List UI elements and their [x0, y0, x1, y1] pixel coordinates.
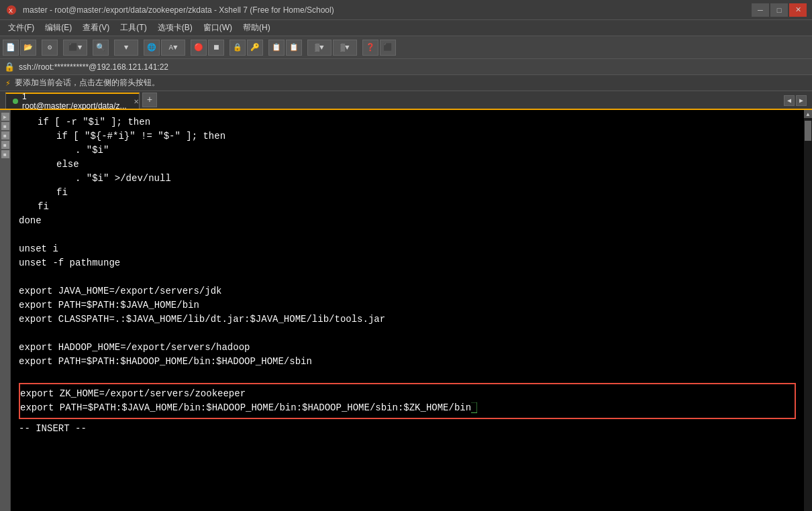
terminal-line-1: if [ -r "$i" ]; then — [19, 115, 796, 129]
sidebar-icon-2: ■ — [1, 122, 9, 130]
tb-help-btn[interactable]: ❓ — [362, 40, 378, 56]
terminal-mode-line: -- INSERT -- — [19, 422, 796, 436]
tb-new-btn[interactable]: 📄 — [3, 40, 19, 56]
sidebar-icon-4: ■ — [1, 141, 9, 149]
tb-btn11[interactable]: 🔒 — [230, 40, 246, 56]
notif-text: 要添加当前会话，点击左侧的箭头按钮。 — [15, 77, 160, 89]
svg-text:X: X — [9, 7, 13, 14]
tb-btn12[interactable]: 🔑 — [247, 40, 263, 56]
terminal-line-7: fi — [19, 200, 796, 214]
app-icon: X — [5, 4, 17, 16]
terminal-line-11: export JAVA_HOME=/export/servers/jdk — [19, 284, 796, 298]
menu-help[interactable]: 帮助(H) — [238, 21, 276, 35]
scroll-thumb[interactable] — [805, 121, 811, 141]
terminal-line-14: export HADOOP_HOME=/export/servers/hadoo… — [19, 341, 796, 355]
toolbar: 📄 📂 ⚙ ⬛▼ 🔍 ▼ 🌐 A▼ 🔴 ⏹ 🔒 🔑 📋 📋 ▒▼ ▒▼ ❓ ⬛ — [0, 36, 812, 59]
tab-close-icon[interactable]: ✕ — [134, 98, 139, 105]
scrollbar: ▲ — [804, 110, 812, 511]
tb-btn14[interactable]: 📋 — [286, 40, 302, 56]
minimize-button[interactable]: ─ — [752, 3, 769, 17]
terminal-line-12: export PATH=$PATH:$JAVA_HOME/bin — [19, 298, 796, 313]
terminal-line-blank1 — [19, 228, 796, 242]
lock-icon: 🔒 — [4, 62, 15, 72]
titlebar: X master - root@master:/export/data/zook… — [0, 0, 812, 20]
menu-tools[interactable]: 工具(T) — [115, 21, 152, 35]
terminal-line-3: . "$i" — [19, 144, 796, 158]
active-tab[interactable]: 1 root@master:/export/data/z... ✕ — [5, 93, 140, 109]
sidebar: ▶ ■ ■ ■ ■ — [0, 110, 11, 511]
terminal-line-2: if [ "${-#*i}" != "$-" ]; then — [19, 129, 796, 144]
menu-window[interactable]: 窗口(W) — [198, 21, 238, 35]
address-text: ssh://root:***********@192.168.121.141:2… — [19, 62, 168, 72]
terminal-line-zk1: export ZK_HOME=/export/servers/zookeeper — [20, 387, 795, 401]
tb-btn6[interactable]: ▼ — [114, 40, 138, 56]
terminal-line-6: fi — [19, 186, 796, 200]
terminal-line-15: export PATH=$PATH:$HADOOP_HOME/bin:$HADO… — [19, 355, 796, 369]
tab-add-button[interactable]: + — [142, 93, 157, 107]
tb-open-btn[interactable]: 📂 — [20, 40, 36, 56]
sidebar-icon-5: ■ — [1, 150, 9, 158]
close-button[interactable]: ✕ — [789, 3, 807, 17]
highlight-region: export ZK_HOME=/export/servers/zookeeper… — [19, 383, 796, 419]
tb-btn16[interactable]: ▒▼ — [333, 40, 357, 56]
tb-btn4[interactable]: ⬛▼ — [63, 40, 87, 56]
menubar: 文件(F) 编辑(E) 查看(V) 工具(T) 选项卡(B) 窗口(W) 帮助(… — [0, 20, 812, 36]
notifbar: ⚡ 要添加当前会话，点击左侧的箭头按钮。 — [0, 75, 812, 91]
terminal-line-10: unset -f pathmunge — [19, 256, 796, 270]
tb-btn7[interactable]: 🌐 — [144, 40, 160, 56]
tb-btn10[interactable]: ⏹ — [208, 40, 224, 56]
terminal-line-9: unset i — [19, 242, 796, 256]
sidebar-icon-3: ■ — [1, 131, 9, 139]
tb-btn3[interactable]: ⚙ — [42, 40, 58, 56]
terminal-line-blank3 — [19, 327, 796, 341]
tb-btn8[interactable]: A▼ — [161, 40, 185, 56]
tb-btn9[interactable]: 🔴 — [191, 40, 207, 56]
window-title: master - root@master:/export/data/zookee… — [23, 5, 752, 15]
tb-btn5[interactable]: 🔍 — [93, 40, 109, 56]
tb-btn13[interactable]: 📋 — [268, 40, 285, 56]
terminal-line-blank2 — [19, 270, 796, 284]
sidebar-icon-1: ▶ — [1, 113, 9, 121]
notif-icon: ⚡ — [5, 78, 11, 89]
tab-label: 1 root@master:/export/data/z... — [22, 92, 127, 111]
tab-nav: ◀ ▶ — [784, 95, 807, 106]
tab-next-button[interactable]: ▶ — [796, 95, 807, 106]
addressbar: 🔒 ssh://root:***********@192.168.121.141… — [0, 59, 812, 75]
tab-status-dot — [13, 99, 18, 104]
tb-btn17[interactable]: ⬛ — [380, 40, 396, 56]
tab-prev-button[interactable]: ◀ — [784, 95, 795, 106]
menu-tab[interactable]: 选项卡(B) — [152, 21, 198, 35]
tabbar: 1 root@master:/export/data/z... ✕ + ◀ ▶ — [0, 91, 812, 110]
scroll-up-button[interactable]: ▲ — [804, 110, 812, 118]
terminal-line-5: . "$i" >/dev/null — [19, 172, 796, 186]
main-area: ▶ ■ ■ ■ ■ if [ -r "$i" ]; then if [ "${-… — [0, 110, 812, 511]
terminal-line-8: done — [19, 214, 796, 228]
terminal[interactable]: if [ -r "$i" ]; then if [ "${-#*i}" != "… — [11, 110, 804, 511]
menu-view[interactable]: 查看(V) — [77, 21, 115, 35]
terminal-line-4: else — [19, 158, 796, 172]
window-controls: ─ □ ✕ — [752, 3, 807, 17]
terminal-line-13: export CLASSPATH=.:$JAVA_HOME/lib/dt.jar… — [19, 313, 796, 327]
maximize-button[interactable]: □ — [770, 3, 788, 17]
terminal-line-blank4 — [19, 369, 796, 383]
terminal-line-zk2: export PATH=$PATH:$JAVA_HOME/bin:$HADOOP… — [20, 401, 795, 415]
tb-btn15[interactable]: ▒▼ — [307, 40, 332, 56]
menu-edit[interactable]: 编辑(E) — [40, 21, 77, 35]
menu-file[interactable]: 文件(F) — [3, 21, 40, 35]
